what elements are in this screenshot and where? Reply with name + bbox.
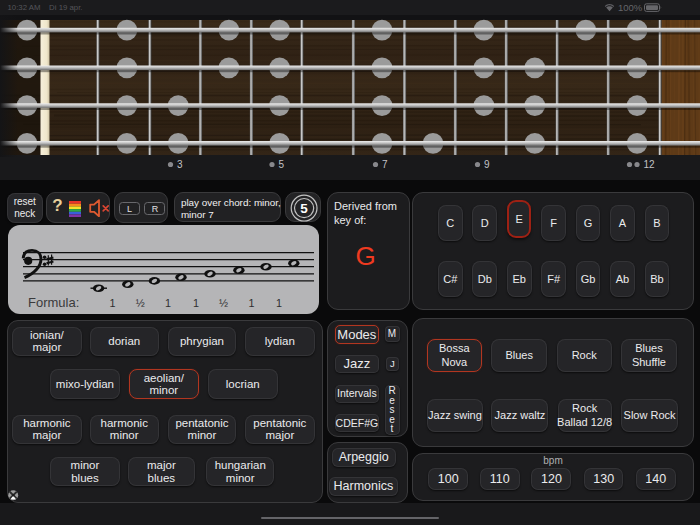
svg-text:7: 7	[382, 159, 388, 170]
svg-text:1: 1	[193, 297, 199, 309]
svg-text:½: ½	[136, 297, 145, 309]
svg-text:5: 5	[279, 159, 285, 170]
svg-text:5: 5	[300, 201, 308, 216]
svg-text:1: 1	[276, 297, 282, 309]
svg-text:1: 1	[165, 297, 171, 309]
svg-text:100%: 100%	[618, 2, 643, 13]
svg-text:12: 12	[644, 159, 656, 170]
svg-text:Formula:: Formula:	[28, 295, 79, 310]
svg-text:3: 3	[177, 159, 183, 170]
svg-text:½: ½	[219, 297, 228, 309]
svg-text:9: 9	[484, 159, 490, 170]
svg-text:1: 1	[248, 297, 254, 309]
svg-text:1: 1	[109, 297, 115, 309]
